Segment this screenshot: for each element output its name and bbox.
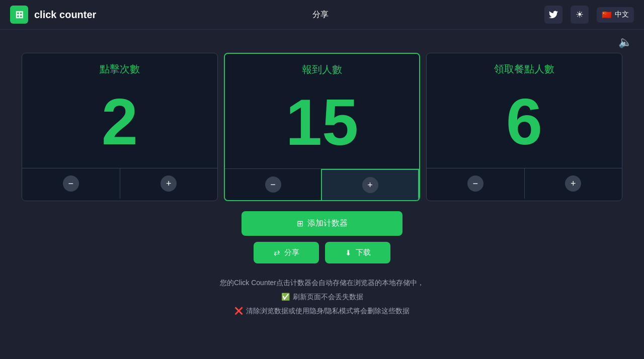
download-icon: ⬇ (345, 248, 352, 257)
counter-card-1: 點擊次數 2 − + (22, 53, 218, 201)
counter-buttons-1: − + (22, 168, 217, 199)
plus-icon-1: + (160, 175, 177, 192)
sound-bar: 🔈 (0, 30, 644, 51)
twitter-icon[interactable] (544, 6, 562, 24)
flag-icon: 🇨🇳 (602, 10, 612, 20)
cross-icon: ❌ (234, 304, 243, 318)
counter-title-2: 報到人數 (225, 54, 419, 81)
info-line-2: ✅ 刷新页面不会丢失数据 (0, 290, 644, 304)
counter-value-3: 6 (427, 81, 622, 168)
counter-value-1: 2 (22, 81, 217, 168)
download-button[interactable]: ⬇ 下载 (325, 242, 390, 263)
header-share-link[interactable]: 分享 (312, 10, 329, 20)
add-counter-icon: ⊞ (297, 219, 303, 228)
increment-btn-1[interactable]: + (120, 168, 218, 199)
share-icon: ⇄ (274, 248, 280, 257)
share-label: 分享 (284, 248, 299, 257)
language-selector[interactable]: 🇨🇳 中文 (597, 7, 634, 23)
header-right: ☀ 🇨🇳 中文 (544, 6, 634, 24)
counter-card-2: 報到人數 15 − + (224, 53, 420, 201)
increment-btn-2[interactable]: + (321, 169, 419, 200)
counter-title-1: 點擊次數 (22, 53, 217, 81)
counter-value-2: 15 (225, 81, 419, 168)
info-text-2: 刷新页面不会丢失数据 (293, 290, 363, 304)
counter-title-3: 領取餐點人數 (427, 53, 622, 81)
download-label: 下载 (356, 248, 371, 257)
info-area: 您的Click Counter点击计数器会自动存储在浏览器的本地存储中， ✅ 刷… (0, 276, 644, 318)
plus-icon-3: + (565, 175, 581, 192)
add-counter-label: 添加计数器 (307, 218, 348, 229)
counter-card-3: 領取餐點人數 6 − + (426, 53, 622, 201)
decrement-btn-1[interactable]: − (22, 168, 120, 199)
logo-icon[interactable]: ⊞ (10, 6, 28, 24)
decrement-btn-2[interactable]: − (225, 169, 321, 200)
minus-icon-3: − (467, 175, 484, 192)
app-title: click counter (34, 9, 96, 21)
share-download-row: ⇄ 分享 ⬇ 下载 (254, 242, 390, 263)
minus-icon-2: − (265, 176, 281, 193)
increment-btn-3[interactable]: + (524, 168, 622, 199)
decrement-btn-3[interactable]: − (427, 168, 524, 199)
lang-label: 中文 (615, 10, 629, 19)
header-left: ⊞ click counter (10, 6, 96, 24)
info-text-3: 清除浏览数据或使用隐身/隐私模式将会删除这些数据 (246, 304, 410, 318)
counter-buttons-2: − + (225, 168, 419, 200)
info-line-1: 您的Click Counter点击计数器会自动存储在浏览器的本地存储中， (0, 276, 644, 290)
counters-area: 點擊次數 2 − + 報到人數 15 − + 領取餐點人數 6 (0, 53, 644, 201)
share-button[interactable]: ⇄ 分享 (254, 242, 319, 263)
actions-area: ⊞ 添加计数器 ⇄ 分享 ⬇ 下载 (0, 211, 644, 263)
add-counter-button[interactable]: ⊞ 添加计数器 (242, 211, 403, 236)
minus-icon-1: − (63, 175, 79, 192)
counter-buttons-3: − + (427, 168, 622, 199)
check-icon: ✅ (281, 290, 290, 304)
info-line-3: ❌ 清除浏览数据或使用隐身/隐私模式将会删除这些数据 (0, 304, 644, 318)
theme-toggle-icon[interactable]: ☀ (571, 6, 589, 24)
plus-icon-2: + (362, 177, 378, 193)
sound-icon[interactable]: 🔈 (618, 36, 632, 49)
header: ⊞ click counter 分享 ☀ 🇨🇳 中文 (0, 0, 644, 30)
